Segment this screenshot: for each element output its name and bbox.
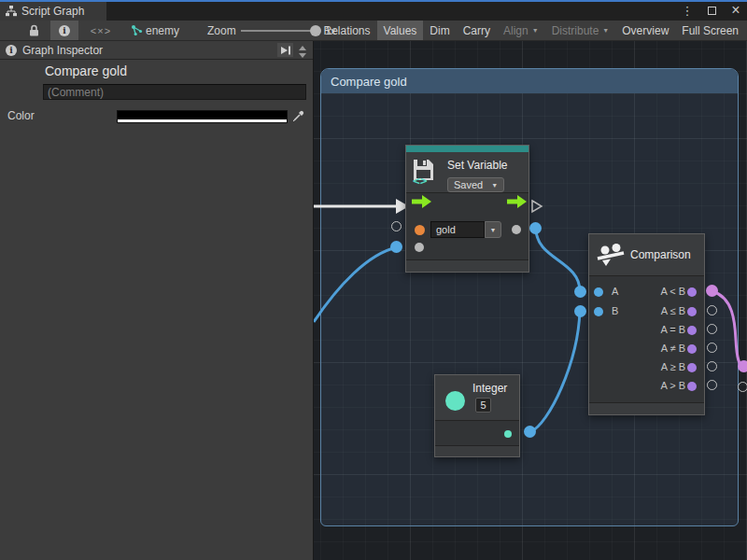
graph-inspector-title: Graph Inspector bbox=[22, 44, 103, 57]
color-value bbox=[118, 111, 287, 119]
tab-script-graph[interactable]: Script Graph bbox=[0, 2, 106, 21]
eyedropper-icon bbox=[292, 110, 304, 122]
scroll-up-icon[interactable] bbox=[299, 46, 306, 50]
title-bar: Script Graph ⋮ × bbox=[0, 0, 747, 21]
graph-title: Compare gold bbox=[45, 63, 127, 78]
toolbar-mode-buttons: Relations Values Dim Carry Align▼ Distri… bbox=[317, 21, 745, 40]
inspector-toggle-button[interactable]: i bbox=[50, 21, 78, 40]
lock-button[interactable] bbox=[22, 21, 45, 40]
node-integer[interactable]: Integer 5 bbox=[434, 374, 520, 457]
eyedropper-button[interactable] bbox=[289, 108, 307, 124]
unconnected-port-indicator[interactable] bbox=[707, 380, 717, 390]
output-label-greater: A > B bbox=[660, 380, 685, 391]
color-label: Color bbox=[7, 109, 35, 122]
wire-endpoint-blue[interactable] bbox=[529, 222, 542, 234]
input-port-b[interactable] bbox=[594, 307, 603, 316]
scroll-down-icon[interactable] bbox=[299, 53, 306, 58]
code-icon: <×> bbox=[91, 25, 111, 36]
distribute-dropdown[interactable]: Distribute▼ bbox=[545, 21, 616, 40]
wire-endpoint-blue[interactable] bbox=[524, 426, 536, 438]
graph-canvas[interactable]: Compare gold <> Set Variable Saved ▼ bbox=[314, 41, 747, 560]
output-port-less[interactable] bbox=[687, 287, 697, 297]
values-button[interactable]: Values bbox=[377, 21, 424, 40]
node-set-variable[interactable]: <> Set Variable Saved ▼ gold ▼ bbox=[405, 145, 529, 273]
wire-endpoint-purple[interactable] bbox=[738, 360, 747, 372]
graph-asset-name[interactable]: enemy bbox=[146, 21, 179, 40]
edit-source-button[interactable]: <×> bbox=[86, 21, 116, 40]
wire-endpoint-blue[interactable] bbox=[390, 241, 402, 253]
output-label-greaterequal: A ≥ B bbox=[661, 361, 685, 372]
value-input-port[interactable] bbox=[415, 243, 424, 252]
relations-button[interactable]: Relations bbox=[317, 21, 377, 40]
comparison-header[interactable]: Comparison bbox=[589, 234, 704, 276]
zoom-slider-track[interactable] bbox=[241, 30, 317, 32]
maximize-icon[interactable] bbox=[704, 3, 719, 18]
output-port-notequal[interactable] bbox=[687, 344, 697, 354]
color-swatch[interactable] bbox=[117, 110, 288, 123]
value-output-port[interactable] bbox=[512, 225, 521, 234]
input-port-a[interactable] bbox=[594, 287, 603, 297]
output-label-less: A < B bbox=[660, 286, 685, 297]
comparison-icon bbox=[597, 244, 625, 268]
set-variable-footer bbox=[406, 259, 529, 272]
graph-asset-icon bbox=[129, 21, 144, 40]
node-comparison[interactable]: Comparison A B A < B A ≤ B A = B A ≠ B A… bbox=[588, 233, 705, 415]
output-label-equal: A = B bbox=[660, 324, 685, 335]
close-icon[interactable]: × bbox=[728, 3, 743, 18]
kebab-menu-icon[interactable]: ⋮ bbox=[680, 3, 695, 18]
unconnected-port-indicator[interactable] bbox=[707, 361, 717, 371]
window-controls: ⋮ × bbox=[680, 2, 743, 19]
chevron-down-icon: ▼ bbox=[491, 182, 498, 189]
set-variable-title: Set Variable bbox=[447, 159, 507, 172]
info-icon: i bbox=[6, 45, 17, 56]
variable-name-port[interactable] bbox=[415, 225, 425, 235]
chevron-down-icon: ▼ bbox=[490, 227, 497, 233]
input-label-b: B bbox=[612, 305, 618, 316]
unconnected-port-indicator[interactable] bbox=[707, 343, 717, 353]
control-output-port[interactable] bbox=[507, 195, 527, 208]
dim-button[interactable]: Dim bbox=[423, 21, 456, 40]
integer-output-port[interactable] bbox=[504, 430, 512, 438]
svg-text:<>: <> bbox=[413, 174, 428, 186]
control-continue-indicator[interactable] bbox=[530, 199, 543, 214]
variable-name-dropdown[interactable]: gold bbox=[430, 221, 485, 238]
variable-dropdown-button[interactable]: ▼ bbox=[485, 221, 501, 238]
integer-title: Integer bbox=[472, 382, 507, 395]
output-port-greaterequal[interactable] bbox=[687, 363, 697, 372]
variable-scope-dropdown[interactable]: Saved ▼ bbox=[447, 177, 504, 192]
control-input-port[interactable] bbox=[412, 195, 431, 208]
save-variable-icon: <> bbox=[412, 158, 436, 186]
unconnected-port-indicator[interactable] bbox=[391, 221, 402, 231]
integer-icon bbox=[445, 391, 465, 411]
output-label-lessequal: A ≤ B bbox=[661, 305, 685, 316]
output-port-greater[interactable] bbox=[687, 382, 697, 391]
lock-icon bbox=[29, 24, 39, 36]
group-header[interactable]: Compare gold bbox=[321, 69, 738, 93]
integer-footer bbox=[435, 445, 519, 456]
output-port-lessequal[interactable] bbox=[687, 307, 697, 316]
comparison-title: Comparison bbox=[630, 248, 691, 261]
unconnected-port-indicator[interactable] bbox=[707, 324, 717, 334]
unconnected-port-indicator[interactable] bbox=[738, 382, 747, 392]
comparison-footer bbox=[589, 402, 704, 414]
comment-input[interactable] bbox=[43, 84, 306, 100]
set-variable-header[interactable]: <> Set Variable Saved ▼ bbox=[406, 152, 529, 193]
wire-endpoint-blue[interactable] bbox=[574, 286, 586, 298]
unconnected-port-indicator[interactable] bbox=[707, 305, 717, 315]
graph-toolbar: i <×> enemy Zoom 1x Relations Values Dim… bbox=[0, 21, 747, 41]
input-label-a: A bbox=[612, 286, 618, 297]
output-port-equal[interactable] bbox=[687, 326, 697, 335]
align-dropdown[interactable]: Align▼ bbox=[497, 21, 545, 40]
zoom-label: Zoom bbox=[207, 21, 236, 40]
dock-panel-button[interactable] bbox=[277, 43, 293, 57]
wire-endpoint-blue[interactable] bbox=[574, 305, 586, 317]
wire-endpoint-purple[interactable] bbox=[706, 285, 718, 297]
focus-accent-line bbox=[0, 0, 747, 2]
chevron-down-icon: ▼ bbox=[602, 27, 609, 34]
carry-button[interactable]: Carry bbox=[457, 21, 497, 40]
graph-inspector-panel: i Graph Inspector Compare gold Color bbox=[0, 41, 314, 560]
overview-button[interactable]: Overview bbox=[615, 21, 675, 40]
integer-header[interactable]: Integer 5 bbox=[435, 375, 519, 421]
fullscreen-button[interactable]: Full Screen bbox=[675, 21, 745, 40]
integer-value-field[interactable]: 5 bbox=[475, 398, 491, 413]
